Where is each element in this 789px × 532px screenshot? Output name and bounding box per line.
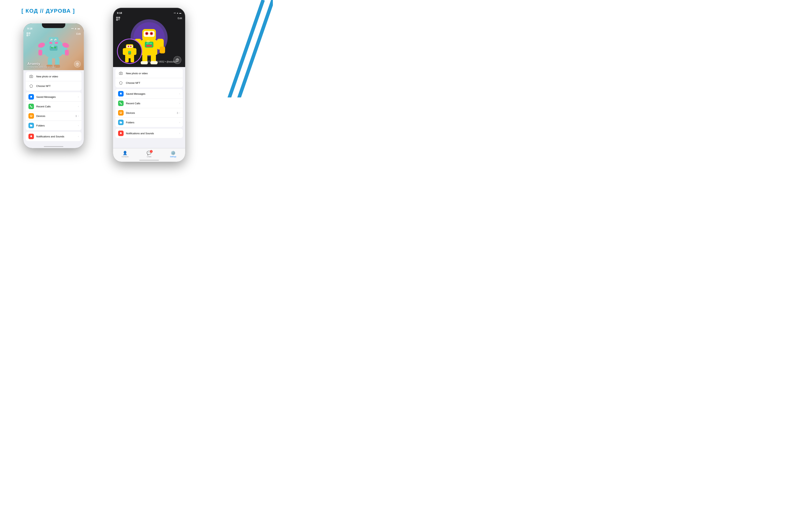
qr-icon-left[interactable] xyxy=(26,32,31,37)
menu-section-right: New photo or video Choose NFT xyxy=(113,67,185,141)
svg-point-19 xyxy=(55,40,56,40)
svg-rect-65 xyxy=(149,43,152,44)
phone-left-frame: 9:18 ▪▪▪ ▲ ▬ Edit xyxy=(23,23,84,148)
svg-point-33 xyxy=(51,45,54,48)
chevron-calls-left: › xyxy=(78,105,79,108)
menu-item-calls-right[interactable]: Recent Calls › xyxy=(115,99,183,108)
chevron-saved-right: › xyxy=(179,92,180,95)
svg-rect-21 xyxy=(38,50,42,56)
menu-item-calls-left[interactable]: Recent Calls › xyxy=(26,102,81,111)
menu-item-notif-left[interactable]: Notifications and Sounds › xyxy=(26,132,81,141)
signal-icon: ▪▪▪ xyxy=(71,27,74,30)
menu-card-main-left: Saved Messages › Recent Calls › xyxy=(26,92,81,130)
new-photo-label-right: New photo or video xyxy=(126,72,180,75)
ton-icon-right[interactable] xyxy=(173,56,181,64)
svg-point-76 xyxy=(128,45,129,47)
status-icons-left: ▪▪▪ ▲ ▬ xyxy=(71,27,80,30)
chevron-folders-left: › xyxy=(78,124,79,127)
svg-rect-46 xyxy=(118,19,119,19)
svg-rect-79 xyxy=(129,52,130,53)
svg-rect-84 xyxy=(133,48,136,55)
edit-button-right[interactable]: Edit xyxy=(178,17,182,20)
deco-svg xyxy=(224,0,273,97)
avatar-circle-right xyxy=(117,39,142,64)
folders-label-right: Folders xyxy=(126,121,179,124)
folder-icon-right xyxy=(118,120,124,125)
saved-label-right: Saved Messages xyxy=(126,92,179,95)
phone-right-frame: 9:18 ▪▪▪ ▲ ▬ Edit xyxy=(113,8,185,162)
menu-item-devices-left[interactable]: Devices 3 › xyxy=(26,111,81,121)
phone-icon-left xyxy=(29,104,34,109)
diamond-icon-right xyxy=(118,80,124,86)
menu-item-nft-left[interactable]: Choose NFT xyxy=(26,81,81,91)
svg-rect-49 xyxy=(119,20,119,20)
svg-rect-75 xyxy=(127,45,133,48)
phone-icon-right xyxy=(118,100,124,106)
svg-point-85 xyxy=(120,73,121,74)
menu-item-folders-left[interactable]: Folders › xyxy=(26,121,81,130)
notch-left xyxy=(42,23,65,28)
svg-rect-82 xyxy=(131,57,134,62)
svg-rect-8 xyxy=(29,35,29,35)
status-icons-right: ▪▪▪ ▲ ▬ xyxy=(174,12,181,14)
svg-rect-45 xyxy=(117,19,117,20)
notif-label-right: Notifications and Sounds xyxy=(126,132,179,135)
logo: [ КОД // ДУРОВА ] xyxy=(21,8,75,14)
devices-label-right: Devices xyxy=(126,112,177,114)
right-content: New photo or video Choose NFT xyxy=(113,67,185,162)
menu-card-main-right: Saved Messages › Recent Calls › xyxy=(115,89,183,127)
new-photo-label-left: New photo or video xyxy=(36,75,79,78)
menu-item-new-photo-left[interactable]: New photo or video xyxy=(26,72,81,81)
chevron-devices-right: › xyxy=(179,112,180,114)
devices-label-left: Devices xyxy=(36,115,75,117)
folder-icon-left xyxy=(29,123,34,128)
menu-item-devices-right[interactable]: Devices 3 › xyxy=(115,108,183,118)
home-indicator-right xyxy=(139,160,159,160)
status-time-right: 9:18 xyxy=(117,12,122,15)
tab-chats[interactable]: 💬 2 Chats xyxy=(137,151,161,158)
menu-item-folders-right[interactable]: Folders › xyxy=(115,118,183,127)
contacts-tab-icon: 👤 xyxy=(123,151,128,155)
signal-icon-right: ▪▪▪ xyxy=(174,12,176,14)
svg-rect-43 xyxy=(117,17,117,18)
ton-icon-left[interactable] xyxy=(74,61,81,68)
tab-contacts[interactable]: 👤 Contacts xyxy=(113,151,137,158)
battery-icon: ▬ xyxy=(78,27,80,30)
profile-info-left: +7 921 555 0055 • @gbotston xyxy=(27,66,56,68)
devices-badge-right: 3 xyxy=(177,112,178,114)
decorative-lines xyxy=(224,0,273,97)
chevron-devices-left: › xyxy=(78,115,79,117)
svg-rect-39 xyxy=(31,115,32,116)
svg-rect-26 xyxy=(54,47,56,48)
menu-card-notif-right: Notifications and Sounds › xyxy=(115,129,183,138)
chevron-saved-left: › xyxy=(78,95,79,98)
menu-item-saved-left[interactable]: Saved Messages › xyxy=(26,92,81,102)
logo-bracket-open: [ xyxy=(21,8,23,14)
bookmark-icon-right xyxy=(118,91,124,96)
svg-marker-86 xyxy=(119,81,123,84)
svg-line-0 xyxy=(238,0,273,97)
menu-item-saved-right[interactable]: Saved Messages › xyxy=(115,89,183,99)
svg-rect-47 xyxy=(119,19,119,19)
menu-item-notif-right[interactable]: Notifications and Sounds › xyxy=(115,129,183,138)
chevron-calls-right: › xyxy=(179,102,180,104)
qr-icon-right[interactable] xyxy=(116,17,120,21)
svg-rect-14 xyxy=(49,42,52,44)
svg-rect-38 xyxy=(31,115,31,116)
tab-settings[interactable]: ⚙️ Settings xyxy=(161,151,185,158)
bell-icon-left xyxy=(29,134,34,139)
edit-button-left[interactable]: Edit xyxy=(76,32,81,35)
menu-item-nft-right[interactable]: Choose NFT xyxy=(115,78,183,88)
svg-rect-11 xyxy=(30,35,30,36)
settings-tab-icon: ⚙️ xyxy=(171,151,175,155)
wifi-icon: ▲ xyxy=(74,27,77,30)
svg-rect-66 xyxy=(146,45,152,47)
bell-icon-right xyxy=(118,131,124,136)
svg-rect-44 xyxy=(119,17,119,18)
svg-rect-7 xyxy=(27,35,28,36)
menu-item-new-photo-right[interactable]: New photo or video xyxy=(115,69,183,78)
dynamic-island xyxy=(140,10,158,15)
svg-rect-64 xyxy=(146,43,149,44)
chats-badge-container: 💬 2 xyxy=(147,151,151,155)
svg-rect-6 xyxy=(29,33,30,34)
